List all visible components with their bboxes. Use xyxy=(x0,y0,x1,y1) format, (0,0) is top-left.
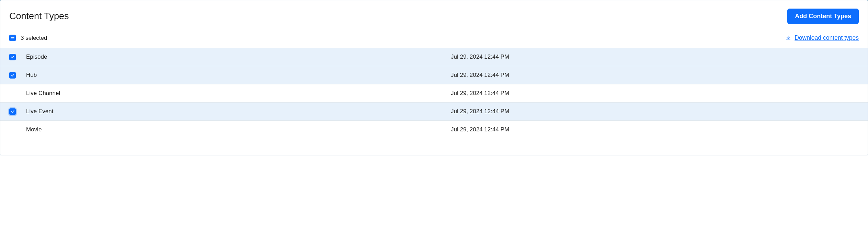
row-date: Jul 29, 2024 12:44 PM xyxy=(451,72,509,79)
add-content-types-button[interactable]: Add Content Types xyxy=(787,9,859,24)
check-icon xyxy=(11,73,15,77)
row-date: Jul 29, 2024 12:44 PM xyxy=(451,90,509,97)
row-name: Live Event xyxy=(26,108,451,115)
row-name: Live Channel xyxy=(26,90,451,97)
header: Content Types Add Content Types xyxy=(9,9,859,24)
row-date: Jul 29, 2024 12:44 PM xyxy=(451,126,509,133)
content-types-panel: Content Types Add Content Types 3 select… xyxy=(0,0,868,155)
download-link-label: Download content types xyxy=(795,34,859,42)
check-icon xyxy=(11,109,15,114)
row-name: Movie xyxy=(26,126,451,133)
toolbar-left: 3 selected xyxy=(9,35,47,42)
table-row[interactable]: Live EventJul 29, 2024 12:44 PM xyxy=(0,102,868,120)
select-all-checkbox[interactable] xyxy=(9,35,16,41)
row-date: Jul 29, 2024 12:44 PM xyxy=(451,54,509,60)
download-icon xyxy=(785,35,791,41)
row-checkbox[interactable] xyxy=(9,72,16,79)
table-row[interactable]: MovieJul 29, 2024 12:44 PM xyxy=(0,120,868,139)
row-checkbox[interactable] xyxy=(9,108,16,115)
row-checkbox[interactable] xyxy=(9,54,16,60)
download-content-types-link[interactable]: Download content types xyxy=(785,34,859,42)
page-title: Content Types xyxy=(9,11,69,22)
row-date: Jul 29, 2024 12:44 PM xyxy=(451,108,509,115)
selected-count: 3 selected xyxy=(21,35,47,42)
content-types-list: EpisodeJul 29, 2024 12:44 PMHubJul 29, 2… xyxy=(0,48,868,139)
table-row[interactable]: HubJul 29, 2024 12:44 PM xyxy=(0,66,868,84)
row-name: Hub xyxy=(26,72,451,79)
toolbar: 3 selected Download content types xyxy=(9,31,859,48)
table-row[interactable]: EpisodeJul 29, 2024 12:44 PM xyxy=(0,48,868,66)
minus-icon xyxy=(11,37,14,38)
row-name: Episode xyxy=(26,54,451,60)
table-row[interactable]: Live ChannelJul 29, 2024 12:44 PM xyxy=(0,84,868,102)
check-icon xyxy=(11,55,15,59)
